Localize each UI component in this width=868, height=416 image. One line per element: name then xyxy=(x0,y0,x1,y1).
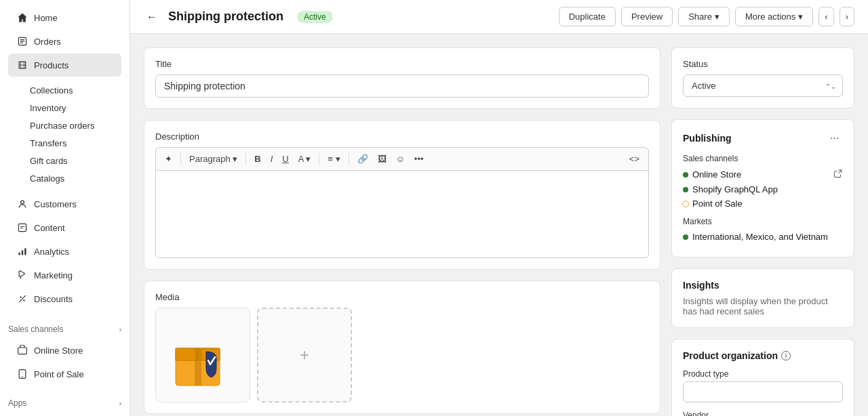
sidebar-item-orders[interactable]: Orders xyxy=(8,30,121,53)
svg-point-16 xyxy=(22,376,23,377)
title-card: Title xyxy=(144,47,660,109)
publishing-header: Publishing ··· xyxy=(683,131,843,146)
align-chevron: ▾ xyxy=(336,154,340,164)
media-add-button[interactable]: + xyxy=(257,308,352,402)
svg-rect-10 xyxy=(24,248,26,255)
status-card: Status Active Draft xyxy=(671,47,854,108)
sidebar-item-content[interactable]: Content xyxy=(8,216,121,239)
media-add-icon: + xyxy=(300,346,309,365)
sidebar-home-label: Home xyxy=(34,13,58,23)
editor-toolbar: ✦ Paragraph ▾ B I U A ▾ xyxy=(155,147,649,170)
back-button[interactable]: ← xyxy=(144,8,160,26)
channel-item-online-store: Online Store xyxy=(683,169,843,180)
point-of-sale-label: Point of Sale xyxy=(34,369,84,379)
apps-chevron[interactable]: › xyxy=(119,400,121,407)
italic-toolbar-btn[interactable]: I xyxy=(267,152,277,166)
paragraph-chevron: ▾ xyxy=(233,154,237,164)
magic-toolbar-btn[interactable]: ✦ xyxy=(161,152,176,166)
product-org-card: Product organization i Product type Vend… xyxy=(671,339,854,416)
preview-button[interactable]: Preview xyxy=(621,7,673,26)
sidebar-item-online-store[interactable]: Online Store xyxy=(8,339,121,362)
media-card: Media xyxy=(144,280,660,414)
pos-icon xyxy=(16,368,28,380)
sidebar-item-catalogs[interactable]: Catalogs xyxy=(24,170,125,187)
channel-dot-online-store xyxy=(683,172,688,178)
more-actions-label: More actions xyxy=(745,12,795,22)
share-label: Share xyxy=(688,12,712,22)
svg-line-13 xyxy=(19,295,26,302)
insights-text: Insights will display when the product h… xyxy=(683,296,843,316)
sidebar-item-customers[interactable]: Customers xyxy=(8,192,121,215)
bold-toolbar-btn[interactable]: B xyxy=(251,152,264,166)
sidebar-item-inventory[interactable]: Inventory xyxy=(24,100,125,117)
nav-prev-button[interactable]: ‹ xyxy=(818,7,833,26)
description-editor-body[interactable] xyxy=(155,170,649,258)
home-icon xyxy=(16,12,28,24)
share-chevron-icon: ▾ xyxy=(715,12,719,22)
product-type-input[interactable] xyxy=(683,381,843,402)
more-toolbar-btn[interactable]: ••• xyxy=(411,152,427,166)
align-toolbar-btn[interactable]: ≡ ▾ xyxy=(324,152,343,166)
sales-channels-section: Sales channels › xyxy=(0,319,130,337)
sidebar-item-collections[interactable]: Collections xyxy=(24,82,125,99)
publishing-title: Publishing xyxy=(683,133,732,144)
more-actions-button[interactable]: More actions ▾ xyxy=(735,7,813,26)
code-toolbar-btn[interactable]: <> xyxy=(626,152,643,166)
sidebar-content-label: Content xyxy=(34,223,65,233)
markets-title: Markets xyxy=(683,217,843,226)
sidebar-item-gift-cards[interactable]: Gift cards xyxy=(24,152,125,169)
svg-rect-5 xyxy=(18,224,26,231)
insights-title: Insights xyxy=(683,280,843,291)
media-label: Media xyxy=(155,292,649,302)
duplicate-button[interactable]: Duplicate xyxy=(559,7,616,26)
svg-rect-8 xyxy=(18,253,20,255)
vendor-label: Vendor xyxy=(683,411,843,416)
online-store-icon xyxy=(16,344,28,356)
text-color-toolbar-btn[interactable]: A ▾ xyxy=(295,152,315,166)
sidebar-item-transfers[interactable]: Transfers xyxy=(24,135,125,152)
sidebar-item-flow[interactable]: Flow xyxy=(8,413,121,416)
channel-link-icon-online-store[interactable] xyxy=(833,169,843,180)
share-button[interactable]: Share ▾ xyxy=(678,7,730,26)
description-card: Description ✦ Paragraph ▾ B I U A ▾ xyxy=(144,120,660,270)
underline-toolbar-btn[interactable]: U xyxy=(279,152,292,166)
publishing-menu-button[interactable]: ··· xyxy=(826,131,843,146)
topbar-actions: Duplicate Preview Share ▾ More actions ▾… xyxy=(559,7,854,26)
products-submenu: Collections Inventory Purchase orders Tr… xyxy=(0,80,130,189)
sidebar-item-home[interactable]: Home xyxy=(8,6,121,29)
right-column: Status Active Draft Publishing ··· Sales… xyxy=(671,47,854,402)
svg-point-11 xyxy=(20,296,21,297)
title-input[interactable] xyxy=(155,75,649,98)
sidebar-item-point-of-sale[interactable]: Point of Sale xyxy=(8,362,121,386)
sidebar-item-discounts[interactable]: Discounts xyxy=(8,287,121,310)
more-actions-chevron-icon: ▾ xyxy=(798,12,803,22)
market-dot-international xyxy=(683,234,688,240)
emoji-toolbar-btn[interactable]: ☺ xyxy=(393,152,408,166)
product-image-svg xyxy=(162,314,243,396)
sidebar-item-analytics[interactable]: Analytics xyxy=(8,240,121,263)
product-org-info-icon[interactable]: i xyxy=(781,351,791,360)
sales-channels-label: Sales channels xyxy=(8,325,63,334)
sidebar-item-purchase-orders[interactable]: Purchase orders xyxy=(24,117,125,134)
sidebar-item-products[interactable]: Products xyxy=(8,54,121,77)
sidebar-analytics-label: Analytics xyxy=(34,247,69,257)
product-type-field: Product type xyxy=(683,369,843,402)
products-icon xyxy=(16,59,28,71)
toolbar-sep-4 xyxy=(349,153,349,165)
sales-channels-chevron[interactable]: › xyxy=(119,326,121,333)
link-toolbar-btn[interactable]: 🔗 xyxy=(354,152,372,166)
left-column: Title Description ✦ Paragraph ▾ B I U xyxy=(144,47,660,402)
svg-rect-24 xyxy=(195,348,201,386)
product-org-title-label: Product organization xyxy=(683,350,778,361)
image-toolbar-btn[interactable]: 🖼 xyxy=(374,152,390,166)
orders-icon xyxy=(16,35,28,47)
status-select[interactable]: Active Draft xyxy=(683,75,843,97)
nav-next-button[interactable]: › xyxy=(840,7,854,26)
paragraph-toolbar-btn[interactable]: Paragraph ▾ xyxy=(186,152,241,166)
sidebar-item-marketing[interactable]: Marketing xyxy=(8,264,121,287)
publishing-card: Publishing ··· Sales channels Online Sto… xyxy=(671,119,854,257)
media-item-1 xyxy=(155,308,250,402)
svg-point-12 xyxy=(23,299,24,301)
product-type-label: Product type xyxy=(683,369,843,379)
status-badge: Active xyxy=(297,11,333,23)
